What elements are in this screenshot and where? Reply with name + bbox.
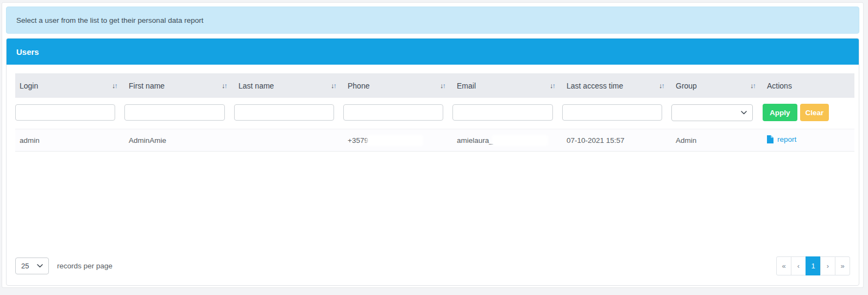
column-label: Last access time (567, 81, 623, 90)
login-filter-input[interactable] (15, 104, 115, 121)
column-label: Login (20, 81, 38, 90)
group-filter-select[interactable] (671, 104, 753, 121)
pagination-next-button[interactable]: › (820, 256, 835, 275)
column-header-login[interactable]: Login ↓↑ (15, 73, 124, 98)
cell-phone: +3579 (343, 129, 452, 152)
clear-button[interactable]: Clear (800, 104, 829, 121)
users-panel: Users Login ↓↑ (6, 38, 859, 286)
cell-group: Admin (671, 129, 763, 152)
pagination: « ‹ 1 › » (776, 256, 850, 275)
column-label: Email (457, 81, 476, 90)
column-label: Last name (238, 81, 274, 90)
content-card: Select a user from the list to get their… (2, 2, 864, 288)
table-header-row: Login ↓↑ First name ↓↑ (15, 73, 854, 98)
report-link-label: report (777, 135, 796, 143)
users-table: Login ↓↑ First name ↓↑ (15, 73, 854, 152)
column-label: Phone (348, 81, 369, 90)
column-header-last-name[interactable]: Last name ↓↑ (234, 73, 343, 98)
report-link[interactable]: report (767, 135, 796, 143)
table-row[interactable]: admin AdminAmie +3579 amielaura_ 07-10-2… (15, 129, 854, 152)
records-per-page-label: records per page (57, 262, 112, 270)
email-visible-text: amielaura_ (457, 136, 493, 145)
column-header-phone[interactable]: Phone ↓↑ (343, 73, 452, 98)
sort-icon[interactable]: ↓↑ (112, 82, 117, 89)
chevron-down-icon (741, 111, 747, 115)
cell-email: amielaura_ (452, 129, 562, 152)
pagination-page-1-button[interactable]: 1 (806, 256, 821, 275)
column-header-first-name[interactable]: First name ↓↑ (124, 73, 234, 98)
last-access-time-filter-input[interactable] (562, 104, 662, 121)
apply-button[interactable]: Apply (763, 104, 797, 121)
report-file-icon (767, 135, 773, 143)
column-label: First name (129, 81, 165, 90)
records-per-page-control: 25 records per page (15, 258, 112, 274)
cell-first-name: AdminAmie (124, 129, 234, 152)
pagination-last-button[interactable]: » (835, 256, 850, 275)
sort-icon[interactable]: ↓↑ (222, 82, 227, 89)
first-name-filter-input[interactable] (124, 104, 225, 121)
panel-title: Users (16, 47, 39, 57)
users-panel-body: Login ↓↑ First name ↓↑ (7, 65, 859, 284)
column-header-email[interactable]: Email ↓↑ (452, 73, 562, 98)
table-footer: 25 records per page « ‹ 1 › » (15, 256, 850, 275)
column-header-actions: Actions (763, 73, 854, 98)
sort-icon[interactable]: ↓↑ (440, 82, 445, 89)
column-header-group[interactable]: Group ↓↑ (671, 73, 763, 98)
phone-filter-input[interactable] (343, 104, 443, 121)
table-empty-space (15, 152, 850, 256)
pagination-prev-button[interactable]: ‹ (791, 256, 806, 275)
column-header-last-access-time[interactable]: Last access time ↓↑ (562, 73, 671, 98)
sort-icon[interactable]: ↓↑ (659, 82, 664, 89)
info-banner: Select a user from the list to get their… (6, 7, 859, 34)
phone-visible-text: +3579 (348, 136, 368, 145)
redaction-overlay (369, 137, 421, 144)
records-per-page-select[interactable]: 25 (15, 258, 49, 274)
last-name-filter-input[interactable] (234, 104, 334, 121)
cell-last-name (234, 129, 343, 152)
users-panel-header: Users (7, 39, 859, 65)
cell-login: admin (15, 129, 124, 152)
cell-last-access-time: 07-10-2021 15:57 (562, 129, 671, 152)
sort-icon[interactable]: ↓↑ (331, 82, 336, 89)
info-banner-text: Select a user from the list to get their… (16, 16, 203, 24)
cell-actions: report (763, 129, 854, 152)
chevron-down-icon (37, 264, 43, 268)
table-filter-row: ApplyClear (15, 98, 854, 129)
pagination-first-button[interactable]: « (776, 256, 791, 275)
page-background: Select a user from the list to get their… (0, 0, 868, 295)
column-label: Actions (767, 81, 792, 90)
sort-icon[interactable]: ↓↑ (550, 82, 555, 89)
redaction-overlay (494, 137, 546, 144)
column-label: Group (676, 81, 697, 90)
email-filter-input[interactable] (452, 104, 553, 121)
records-per-page-value: 25 (21, 262, 29, 270)
sort-icon[interactable]: ↓↑ (750, 82, 755, 89)
